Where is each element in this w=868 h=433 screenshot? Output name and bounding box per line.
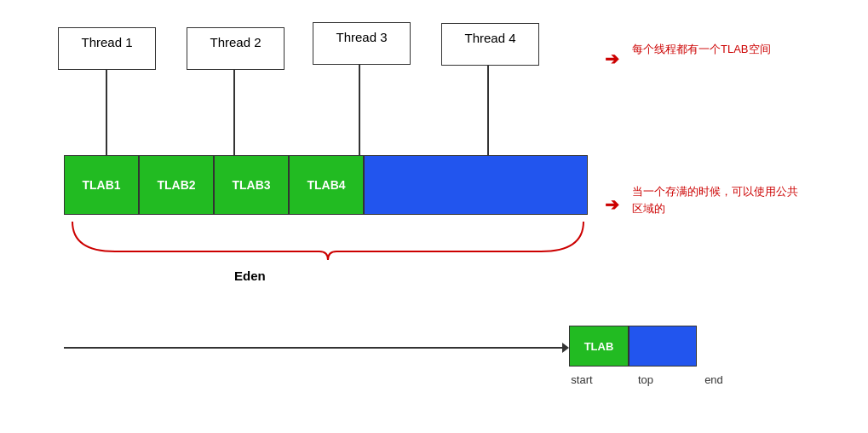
- diagram: Thread 1 Thread 2 Thread 3 Thread 4 TLAB…: [0, 0, 868, 433]
- annotation-1: 每个线程都有一个TLAB空间: [632, 41, 771, 58]
- thread2-label: Thread 2: [210, 35, 261, 49]
- tlab4: TLAB4: [289, 155, 364, 215]
- annotation-2: 当一个存满的时候，可以使用公共 区域的: [632, 183, 798, 216]
- eden-free-space: [364, 155, 588, 215]
- red-arrow-2-icon: ➔: [605, 194, 619, 215]
- tlab-detail-green: TLAB: [569, 326, 629, 367]
- thread3-box: Thread 3: [313, 22, 411, 65]
- eden-label: Eden: [234, 268, 266, 283]
- tlab2: TLAB2: [139, 155, 214, 215]
- bottom-labels: start top end: [552, 373, 748, 386]
- label-start: start: [552, 373, 612, 386]
- thread4-label: Thread 4: [464, 31, 515, 45]
- tlab1: TLAB1: [64, 155, 139, 215]
- arrow-thread4: [487, 66, 489, 155]
- arrow-thread1: [106, 70, 107, 155]
- label-end: end: [680, 373, 748, 386]
- tlab3: TLAB3: [214, 155, 289, 215]
- arrow-thread2: [233, 70, 235, 155]
- label-top: top: [612, 373, 680, 386]
- red-arrow-1-icon: ➔: [605, 49, 619, 69]
- thread1-label: Thread 1: [81, 35, 132, 49]
- tlab-detail: TLAB: [569, 326, 697, 367]
- eden-brace: [64, 217, 592, 264]
- horizontal-arrow: [64, 347, 562, 349]
- thread4-box: Thread 4: [441, 23, 539, 66]
- thread1-box: Thread 1: [58, 27, 156, 70]
- thread2-box: Thread 2: [187, 27, 285, 70]
- thread3-label: Thread 3: [336, 30, 387, 44]
- tlab-detail-blue: [629, 326, 697, 367]
- arrow-thread3: [359, 65, 360, 155]
- eden-bar: TLAB1 TLAB2 TLAB3 TLAB4: [64, 155, 588, 215]
